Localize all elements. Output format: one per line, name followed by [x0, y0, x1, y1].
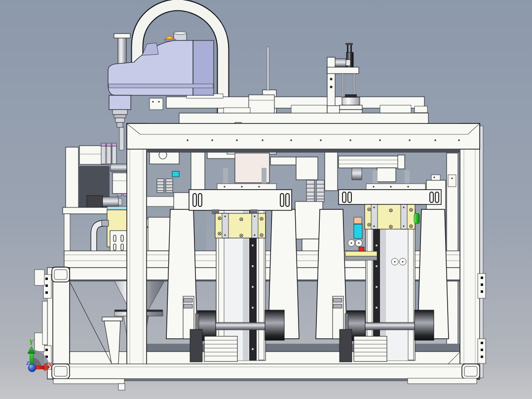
cluster-motor — [87, 196, 103, 208]
drive-drum — [265, 310, 284, 340]
axis-z-label: Z — [26, 360, 30, 366]
drive-shaft — [365, 322, 416, 330]
yellow-mount-plate[interactable] — [365, 204, 419, 229]
axis-x-label: X — [47, 360, 52, 368]
container-cup — [342, 97, 360, 105]
robot-quill — [118, 37, 126, 65]
drive-drum — [415, 310, 434, 340]
cad-canvas[interactable]: Z Y X — [0, 0, 532, 399]
red-block — [359, 247, 364, 251]
axis-y-label: Y — [29, 339, 34, 346]
base-bottom-beam — [47, 364, 480, 379]
yellow-mount-plate[interactable] — [215, 213, 266, 238]
drive-shaft — [216, 322, 266, 330]
cad-viewport[interactable]: Z Y X — [0, 0, 532, 399]
frame-top-beam[interactable] — [127, 123, 480, 153]
station-crossbeam — [339, 190, 441, 204]
base-post-left — [53, 268, 70, 379]
cyan-sensor-block — [354, 224, 362, 239]
upper-table-front-beam — [179, 113, 428, 124]
robot-head — [109, 95, 131, 110]
station-crossbeam — [189, 190, 292, 210]
green-knob — [414, 213, 419, 224]
robot-tool-shaft — [119, 127, 124, 150]
frame-post-right — [460, 123, 480, 379]
origin-sphere — [28, 364, 36, 372]
